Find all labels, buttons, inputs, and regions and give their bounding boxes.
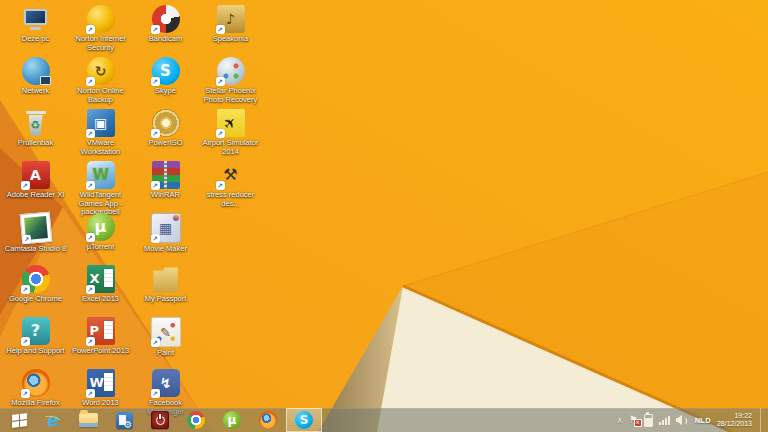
desktop-icon-excel-2013[interactable]: X Excel 2013 <box>68 262 133 314</box>
airport-simulator-icon: ✈ <box>217 109 245 137</box>
desktop-icon-skype[interactable]: S Skype <box>133 54 198 106</box>
shortcut-arrow-icon <box>86 181 95 190</box>
paint-icon: ✎ <box>151 317 181 347</box>
volume-icon[interactable] <box>676 415 689 426</box>
desktop-icon-norton-internet-security[interactable]: Norton Internet Security <box>68 2 133 54</box>
shortcut-arrow-icon <box>21 235 31 245</box>
word-icon: W <box>87 369 115 397</box>
battery-icon[interactable] <box>644 414 653 427</box>
stellar-phoenix-icon <box>217 57 245 85</box>
show-desktop-button[interactable] <box>760 408 765 432</box>
icon-label: Bandicam <box>149 35 182 44</box>
shortcut-arrow-icon <box>151 234 160 243</box>
taskbar-button-system-settings[interactable]: ⚙ <box>106 408 142 432</box>
alert-badge: × <box>634 419 642 427</box>
icon-label: Google Chrome <box>9 295 62 304</box>
clock[interactable]: 19:22 28/12/2013 <box>717 412 752 429</box>
shortcut-arrow-icon <box>216 25 225 34</box>
desktop-icon-utorrent[interactable]: µ µTorrent <box>68 210 133 262</box>
shortcut-arrow-icon <box>21 337 30 346</box>
help-icon: ? <box>22 317 50 345</box>
desktop-icon-poweriso[interactable]: PowerISO <box>133 106 198 158</box>
desktop-icon-speakonia[interactable]: ♪ Speakonia <box>198 2 263 54</box>
shortcut-arrow-icon <box>21 389 30 398</box>
excel-icon: X <box>87 265 115 293</box>
shortcut-arrow-icon <box>151 181 160 190</box>
desktop-icon-vmware-workstation[interactable]: ▣ VMware Workstation <box>68 106 133 158</box>
shortcut-arrow-icon <box>216 181 225 190</box>
wildtangent-icon: W <box>87 161 115 189</box>
folder-icon <box>152 265 180 293</box>
start-button[interactable] <box>6 408 32 432</box>
icon-label: Norton Online Backup <box>68 87 133 104</box>
icon-label: Help and Support <box>6 347 64 356</box>
icon-label: Prullenbak <box>18 139 53 148</box>
icon-label: Adobe Reader XI <box>7 191 65 200</box>
desktop-icon-stress-reducer[interactable]: ⚒ stress reducer des... <box>198 158 263 210</box>
desktop-icon-help-and-support[interactable]: ? Help and Support <box>3 314 68 366</box>
camtasia-icon <box>19 212 52 245</box>
shortcut-arrow-icon <box>151 338 160 347</box>
shortcut-arrow-icon <box>216 77 225 86</box>
empty-grid-cell <box>198 314 263 366</box>
icon-label: Netwerk <box>22 87 50 96</box>
system-tray: ∧ ⚑× NLD 19:22 28/12/2013 <box>617 408 768 432</box>
desktop-icon-camtasia-studio[interactable]: Camtasia Studio 8 <box>3 210 68 262</box>
adobe-reader-icon: A <box>22 161 50 189</box>
chrome-icon <box>187 411 205 429</box>
icon-label: Mozilla Firefox <box>11 399 59 408</box>
taskbar-button-file-explorer[interactable] <box>70 408 106 432</box>
desktop-icon-norton-online-backup[interactable]: ↻ Norton Online Backup <box>68 54 133 106</box>
shortcut-arrow-icon <box>151 129 160 138</box>
desktop-icon-powerpoint-2013[interactable]: P PowerPoint 2013 <box>68 314 133 366</box>
firefox-icon <box>22 369 50 397</box>
desktop-icon-stellar-phoenix[interactable]: Stellar Phoenix Photo Recovery <box>198 54 263 106</box>
firefox-icon <box>259 411 277 429</box>
desktop-icon-my-passport[interactable]: My Passport <box>133 262 198 314</box>
desktop-icon-netwerk[interactable]: Netwerk <box>3 54 68 106</box>
clock-date: 28/12/2013 <box>717 420 752 429</box>
gear-icon: ⚙ <box>124 419 133 430</box>
desktop-icon-airport-simulator[interactable]: ✈ Airport Simulator 2014 <box>198 106 263 158</box>
action-center-flag-icon[interactable]: ⚑× <box>629 415 638 425</box>
icon-label: Word 2013 <box>82 399 119 408</box>
desktop-icon-bandicam[interactable]: Bandicam <box>133 2 198 54</box>
network-icon <box>22 57 50 85</box>
show-hidden-icons-button[interactable]: ∧ <box>617 416 623 425</box>
icon-label: My Passport <box>145 295 187 304</box>
shortcut-arrow-icon <box>86 233 95 242</box>
system-settings-icon: ⚙ <box>116 412 133 429</box>
taskbar-button-google-chrome[interactable] <box>178 408 214 432</box>
recycle-bin-icon: ♻ <box>22 109 50 137</box>
clock-time: 19:22 <box>717 412 752 421</box>
taskbar-button-internet-explorer[interactable]: e <box>34 408 70 432</box>
stress-reducer-icon: ⚒ <box>217 161 245 189</box>
network-signal-icon[interactable] <box>659 415 670 425</box>
desktop-icon-adobe-reader[interactable]: A Adobe Reader XI <box>3 158 68 210</box>
icon-label: Excel 2013 <box>82 295 119 304</box>
poweriso-disc-icon <box>152 109 180 137</box>
icon-label: µTorrent <box>87 243 115 252</box>
icon-label: VMware Workstation <box>68 139 133 156</box>
taskbar-button-shutdown[interactable] <box>142 408 178 432</box>
desktop-icon-deze-pc[interactable]: Deze pc <box>3 2 68 54</box>
shortcut-arrow-icon <box>151 389 160 398</box>
icon-label: Airport Simulator 2014 <box>198 139 263 156</box>
desktop-icon-prullenbak[interactable]: ♻ Prullenbak <box>3 106 68 158</box>
shortcut-arrow-icon <box>86 337 95 346</box>
language-indicator[interactable]: NLD <box>695 416 711 425</box>
taskbar-button-firefox[interactable] <box>250 408 286 432</box>
desktop-icon-paint[interactable]: ✎ Paint <box>133 314 198 366</box>
facebook-messenger-icon: ↯ <box>152 369 180 397</box>
taskbar-button-skype-active[interactable]: S <box>286 408 322 432</box>
utorrent-icon: µ <box>87 213 115 241</box>
taskbar-button-utorrent[interactable]: µ <box>214 408 250 432</box>
desktop-icon-wildtangent-games[interactable]: W WildTangent Games App - packardbell <box>68 158 133 210</box>
desktop-icon-movie-maker[interactable]: ▦ Movie Maker <box>133 210 198 262</box>
desktop-icon-grid: Deze pc Norton Internet Security Bandica… <box>3 2 263 418</box>
desktop-icon-winrar[interactable]: WinRAR <box>133 158 198 210</box>
desktop-icon-google-chrome[interactable]: Google Chrome <box>3 262 68 314</box>
file-explorer-icon <box>79 413 98 427</box>
power-icon <box>151 411 169 429</box>
icon-label: Stellar Phoenix Photo Recovery <box>198 87 263 104</box>
